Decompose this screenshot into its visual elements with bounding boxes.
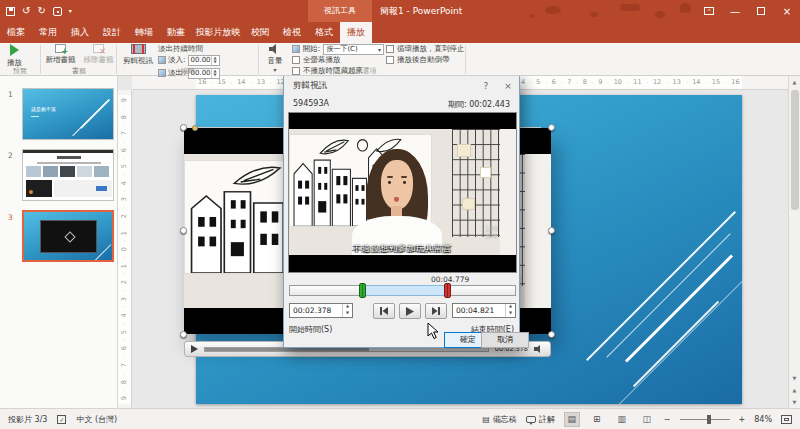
trim-selected-region[interactable] [363, 285, 448, 296]
minimize-button[interactable]: — [722, 0, 748, 22]
trim-start-marker[interactable] [359, 283, 366, 298]
dialog-help-button[interactable]: ? [475, 81, 497, 91]
ribbon-tab-9[interactable]: 檢視 [276, 22, 308, 43]
fade-in-input[interactable]: 00.00 ▲▼ [188, 55, 220, 66]
end-time-input[interactable]: 00:04.821 ▲▼ [452, 303, 516, 318]
previous-frame-button[interactable] [373, 303, 395, 319]
ribbon-tab-10[interactable]: 格式 [308, 22, 340, 43]
ribbon-group-preview: 播放 預覽 [0, 43, 40, 76]
vertical-scrollbar[interactable]: ▲ ▼ ▲ ▼ [788, 76, 800, 408]
comments-button[interactable]: 註解 [526, 414, 555, 425]
zoom-in-button[interactable]: + [739, 415, 746, 424]
ruler-tick: · [561, 80, 563, 86]
loop-option-row[interactable]: 循環播放，直到停止 [386, 44, 466, 54]
playbar-play-icon[interactable] [191, 345, 198, 353]
ribbon-tab-8[interactable]: 校閱 [244, 22, 276, 43]
ruler-tick: · [705, 80, 707, 86]
ribbon-tab-11[interactable]: 播放 [340, 22, 372, 43]
normal-view-button[interactable]: ▤ [564, 412, 580, 427]
fullscreen-option-row[interactable]: 全螢幕播放 [292, 55, 384, 65]
statusbar-right: ▤ 備忘稿 註解 ▤ ⊞ ▥ ◫ − + 84% [482, 412, 792, 427]
grid-note [462, 198, 476, 209]
selection-handle[interactable] [548, 227, 555, 234]
close-button[interactable]: × [774, 0, 800, 22]
start-option-icon [292, 45, 300, 53]
notes-button[interactable]: ▤ 備忘稿 [482, 414, 517, 425]
ruler-number: 7 [567, 79, 571, 86]
fit-to-window-icon[interactable] [781, 415, 792, 424]
ruler-number: 6 [121, 347, 128, 351]
fade-in-icon [158, 56, 166, 64]
ruler-number: 7 [121, 363, 128, 367]
slide-thumbnail-2[interactable] [22, 149, 114, 201]
playbar-volume-icon[interactable] [534, 345, 544, 353]
zoom-level[interactable]: 84% [754, 415, 772, 424]
start-option-select[interactable]: 按一下(C) ▾ [323, 44, 384, 55]
ribbon-tab-4[interactable]: 設計 [96, 22, 128, 43]
proofing-icon[interactable]: ✓ [57, 415, 66, 424]
scroll-up-icon[interactable]: ▲ [789, 76, 800, 88]
start-time-label: 開始時間(S) [289, 324, 332, 335]
remove-bookmark-button[interactable]: 移除書籤 [80, 44, 117, 65]
selection-handle[interactable] [180, 227, 187, 234]
undo-icon[interactable]: ↺ [22, 6, 30, 16]
zoom-slider[interactable] [680, 419, 730, 420]
scrollbar-thumb[interactable] [791, 90, 799, 210]
previous-slide-icon[interactable]: ▲ [789, 384, 800, 396]
save-icon[interactable] [6, 7, 15, 16]
touch-mode-icon[interactable] [53, 7, 62, 16]
redo-icon[interactable]: ↻ [37, 6, 45, 16]
slide-sorter-view-button[interactable]: ⊞ [589, 412, 605, 427]
ribbon-tab-1[interactable]: 檔案 [0, 22, 32, 43]
maximize-button[interactable] [748, 0, 774, 22]
ribbon-tab-3[interactable]: 插入 [64, 22, 96, 43]
ruler-tick: · [646, 80, 648, 86]
loop-checkbox[interactable] [386, 45, 394, 53]
rewind-option-row[interactable]: 播放後自動倒帶 [386, 55, 466, 65]
slide-number: 1 [8, 90, 13, 99]
ribbon-tab-2[interactable]: 常用 [32, 22, 64, 43]
ruler-number: 5 [121, 164, 128, 168]
ruler-number: 6 [552, 79, 556, 86]
ruler-tick: · [530, 80, 532, 86]
trim-video-button[interactable]: 剪輯視訊 [120, 44, 156, 66]
scroll-down-icon[interactable]: ▼ [789, 372, 800, 384]
start-time-spinner[interactable]: ▲▼ [342, 304, 352, 317]
ribbon-display-options-button[interactable]: ^ [696, 0, 722, 22]
rewind-checkbox[interactable] [386, 56, 394, 64]
selection-handle[interactable] [548, 124, 555, 131]
window-title: 簡報1 - PowerPoint [380, 0, 462, 22]
remove-bookmark-label: 移除書籤 [84, 55, 114, 65]
selection-handle[interactable] [548, 331, 555, 338]
slide-thumbnail-3[interactable] [22, 210, 114, 262]
cancel-button[interactable]: 取消 [481, 332, 529, 348]
ribbon-tab-6[interactable]: 動畫 [160, 22, 192, 43]
adjust-handle[interactable] [192, 125, 198, 131]
group-label-bookmarks: 書籤 [42, 66, 116, 76]
ruler-number: 4 [521, 79, 525, 86]
next-frame-button[interactable] [425, 303, 447, 319]
end-time-spinner[interactable]: ▲▼ [505, 304, 515, 317]
trim-end-marker[interactable] [444, 283, 451, 298]
selection-handle[interactable] [180, 124, 187, 131]
qat-customize-icon[interactable]: ▾ [69, 8, 72, 14]
selection-handle[interactable] [180, 331, 187, 338]
dialog-close-button[interactable]: × [497, 81, 519, 91]
fullscreen-checkbox[interactable] [292, 56, 300, 64]
fade-in-spinner[interactable]: ▲▼ [211, 56, 219, 65]
reading-view-button[interactable]: ▥ [614, 412, 630, 427]
dialog-titlebar[interactable]: 剪輯視訊 ? × [284, 76, 519, 96]
zoom-out-button[interactable]: − [664, 415, 671, 424]
ribbon-tab-7[interactable]: 投影片放映 [192, 22, 244, 43]
slide-thumbnail-1[interactable]: 就是教不落 [22, 88, 114, 140]
ribbon-tab-5[interactable]: 轉場 [128, 22, 160, 43]
language-indicator[interactable]: 中文 (台灣) [76, 414, 117, 425]
ruler-number: 9 [598, 79, 602, 86]
start-time-input[interactable]: 00:02.378 ▲▼ [289, 303, 353, 318]
zoom-slider-thumb[interactable] [707, 415, 711, 424]
next-slide-icon[interactable]: ▼ [789, 396, 800, 408]
play-button[interactable]: 播放 [7, 44, 22, 68]
add-bookmark-button[interactable]: 新增書籤 [42, 44, 79, 65]
slideshow-view-button[interactable]: ◫ [639, 412, 655, 427]
play-pause-button[interactable] [399, 303, 421, 319]
